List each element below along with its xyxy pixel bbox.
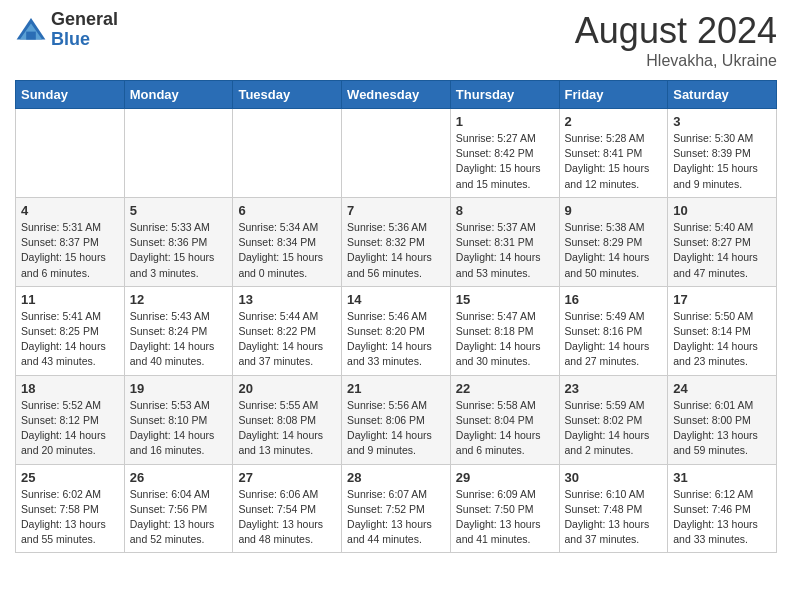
day-info-29: Sunrise: 6:09 AM Sunset: 7:50 PM Dayligh… <box>456 487 554 548</box>
day-info-20: Sunrise: 5:55 AM Sunset: 8:08 PM Dayligh… <box>238 398 336 459</box>
day-cell-0-4: 1Sunrise: 5:27 AM Sunset: 8:42 PM Daylig… <box>450 109 559 198</box>
day-info-27: Sunrise: 6:06 AM Sunset: 7:54 PM Dayligh… <box>238 487 336 548</box>
day-number-15: 15 <box>456 292 554 307</box>
day-cell-4-4: 29Sunrise: 6:09 AM Sunset: 7:50 PM Dayli… <box>450 464 559 553</box>
day-cell-1-1: 5Sunrise: 5:33 AM Sunset: 8:36 PM Daylig… <box>124 197 233 286</box>
weekday-header-row: Sunday Monday Tuesday Wednesday Thursday… <box>16 81 777 109</box>
day-number-17: 17 <box>673 292 771 307</box>
calendar-table: Sunday Monday Tuesday Wednesday Thursday… <box>15 80 777 553</box>
day-number-23: 23 <box>565 381 663 396</box>
day-cell-3-0: 18Sunrise: 5:52 AM Sunset: 8:12 PM Dayli… <box>16 375 125 464</box>
day-info-9: Sunrise: 5:38 AM Sunset: 8:29 PM Dayligh… <box>565 220 663 281</box>
day-info-26: Sunrise: 6:04 AM Sunset: 7:56 PM Dayligh… <box>130 487 228 548</box>
day-cell-1-0: 4Sunrise: 5:31 AM Sunset: 8:37 PM Daylig… <box>16 197 125 286</box>
day-number-13: 13 <box>238 292 336 307</box>
day-number-18: 18 <box>21 381 119 396</box>
day-info-15: Sunrise: 5:47 AM Sunset: 8:18 PM Dayligh… <box>456 309 554 370</box>
day-cell-3-5: 23Sunrise: 5:59 AM Sunset: 8:02 PM Dayli… <box>559 375 668 464</box>
day-cell-3-4: 22Sunrise: 5:58 AM Sunset: 8:04 PM Dayli… <box>450 375 559 464</box>
day-cell-1-4: 8Sunrise: 5:37 AM Sunset: 8:31 PM Daylig… <box>450 197 559 286</box>
page: General Blue August 2024 Hlevakha, Ukrai… <box>0 0 792 568</box>
day-info-16: Sunrise: 5:49 AM Sunset: 8:16 PM Dayligh… <box>565 309 663 370</box>
header-sunday: Sunday <box>16 81 125 109</box>
day-cell-4-0: 25Sunrise: 6:02 AM Sunset: 7:58 PM Dayli… <box>16 464 125 553</box>
day-cell-3-6: 24Sunrise: 6:01 AM Sunset: 8:00 PM Dayli… <box>668 375 777 464</box>
day-cell-4-2: 27Sunrise: 6:06 AM Sunset: 7:54 PM Dayli… <box>233 464 342 553</box>
day-number-25: 25 <box>21 470 119 485</box>
day-number-27: 27 <box>238 470 336 485</box>
day-number-2: 2 <box>565 114 663 129</box>
day-cell-4-3: 28Sunrise: 6:07 AM Sunset: 7:52 PM Dayli… <box>342 464 451 553</box>
day-info-2: Sunrise: 5:28 AM Sunset: 8:41 PM Dayligh… <box>565 131 663 192</box>
day-number-16: 16 <box>565 292 663 307</box>
header-friday: Friday <box>559 81 668 109</box>
title-block: August 2024 Hlevakha, Ukraine <box>575 10 777 70</box>
day-cell-4-5: 30Sunrise: 6:10 AM Sunset: 7:48 PM Dayli… <box>559 464 668 553</box>
day-cell-0-3 <box>342 109 451 198</box>
header-saturday: Saturday <box>668 81 777 109</box>
title-month: August 2024 <box>575 10 777 52</box>
day-info-24: Sunrise: 6:01 AM Sunset: 8:00 PM Dayligh… <box>673 398 771 459</box>
day-info-7: Sunrise: 5:36 AM Sunset: 8:32 PM Dayligh… <box>347 220 445 281</box>
day-info-3: Sunrise: 5:30 AM Sunset: 8:39 PM Dayligh… <box>673 131 771 192</box>
day-number-22: 22 <box>456 381 554 396</box>
day-cell-2-4: 15Sunrise: 5:47 AM Sunset: 8:18 PM Dayli… <box>450 286 559 375</box>
day-number-7: 7 <box>347 203 445 218</box>
header-thursday: Thursday <box>450 81 559 109</box>
header-wednesday: Wednesday <box>342 81 451 109</box>
day-number-3: 3 <box>673 114 771 129</box>
day-number-12: 12 <box>130 292 228 307</box>
day-cell-4-6: 31Sunrise: 6:12 AM Sunset: 7:46 PM Dayli… <box>668 464 777 553</box>
day-info-21: Sunrise: 5:56 AM Sunset: 8:06 PM Dayligh… <box>347 398 445 459</box>
day-cell-1-2: 6Sunrise: 5:34 AM Sunset: 8:34 PM Daylig… <box>233 197 342 286</box>
day-info-22: Sunrise: 5:58 AM Sunset: 8:04 PM Dayligh… <box>456 398 554 459</box>
day-number-5: 5 <box>130 203 228 218</box>
day-info-17: Sunrise: 5:50 AM Sunset: 8:14 PM Dayligh… <box>673 309 771 370</box>
day-info-18: Sunrise: 5:52 AM Sunset: 8:12 PM Dayligh… <box>21 398 119 459</box>
day-cell-2-2: 13Sunrise: 5:44 AM Sunset: 8:22 PM Dayli… <box>233 286 342 375</box>
day-number-10: 10 <box>673 203 771 218</box>
day-info-8: Sunrise: 5:37 AM Sunset: 8:31 PM Dayligh… <box>456 220 554 281</box>
week-row-3: 11Sunrise: 5:41 AM Sunset: 8:25 PM Dayli… <box>16 286 777 375</box>
day-cell-2-3: 14Sunrise: 5:46 AM Sunset: 8:20 PM Dayli… <box>342 286 451 375</box>
day-cell-3-2: 20Sunrise: 5:55 AM Sunset: 8:08 PM Dayli… <box>233 375 342 464</box>
day-cell-0-2 <box>233 109 342 198</box>
week-row-2: 4Sunrise: 5:31 AM Sunset: 8:37 PM Daylig… <box>16 197 777 286</box>
day-cell-0-0 <box>16 109 125 198</box>
day-cell-4-1: 26Sunrise: 6:04 AM Sunset: 7:56 PM Dayli… <box>124 464 233 553</box>
day-number-11: 11 <box>21 292 119 307</box>
week-row-4: 18Sunrise: 5:52 AM Sunset: 8:12 PM Dayli… <box>16 375 777 464</box>
day-cell-2-6: 17Sunrise: 5:50 AM Sunset: 8:14 PM Dayli… <box>668 286 777 375</box>
day-number-8: 8 <box>456 203 554 218</box>
day-number-30: 30 <box>565 470 663 485</box>
day-cell-0-5: 2Sunrise: 5:28 AM Sunset: 8:41 PM Daylig… <box>559 109 668 198</box>
day-info-30: Sunrise: 6:10 AM Sunset: 7:48 PM Dayligh… <box>565 487 663 548</box>
week-row-5: 25Sunrise: 6:02 AM Sunset: 7:58 PM Dayli… <box>16 464 777 553</box>
day-cell-0-1 <box>124 109 233 198</box>
day-cell-1-5: 9Sunrise: 5:38 AM Sunset: 8:29 PM Daylig… <box>559 197 668 286</box>
day-number-26: 26 <box>130 470 228 485</box>
day-info-1: Sunrise: 5:27 AM Sunset: 8:42 PM Dayligh… <box>456 131 554 192</box>
day-number-31: 31 <box>673 470 771 485</box>
logo-general-text: General <box>51 10 118 30</box>
header-tuesday: Tuesday <box>233 81 342 109</box>
logo: General Blue <box>15 10 118 50</box>
day-number-4: 4 <box>21 203 119 218</box>
day-info-25: Sunrise: 6:02 AM Sunset: 7:58 PM Dayligh… <box>21 487 119 548</box>
day-info-28: Sunrise: 6:07 AM Sunset: 7:52 PM Dayligh… <box>347 487 445 548</box>
day-number-9: 9 <box>565 203 663 218</box>
title-location: Hlevakha, Ukraine <box>575 52 777 70</box>
day-number-19: 19 <box>130 381 228 396</box>
day-cell-1-3: 7Sunrise: 5:36 AM Sunset: 8:32 PM Daylig… <box>342 197 451 286</box>
logo-blue-text: Blue <box>51 30 118 50</box>
day-number-24: 24 <box>673 381 771 396</box>
header: General Blue August 2024 Hlevakha, Ukrai… <box>15 10 777 70</box>
day-cell-1-6: 10Sunrise: 5:40 AM Sunset: 8:27 PM Dayli… <box>668 197 777 286</box>
day-info-5: Sunrise: 5:33 AM Sunset: 8:36 PM Dayligh… <box>130 220 228 281</box>
day-cell-2-1: 12Sunrise: 5:43 AM Sunset: 8:24 PM Dayli… <box>124 286 233 375</box>
day-number-28: 28 <box>347 470 445 485</box>
day-cell-3-3: 21Sunrise: 5:56 AM Sunset: 8:06 PM Dayli… <box>342 375 451 464</box>
day-number-20: 20 <box>238 381 336 396</box>
logo-text: General Blue <box>51 10 118 50</box>
day-info-10: Sunrise: 5:40 AM Sunset: 8:27 PM Dayligh… <box>673 220 771 281</box>
